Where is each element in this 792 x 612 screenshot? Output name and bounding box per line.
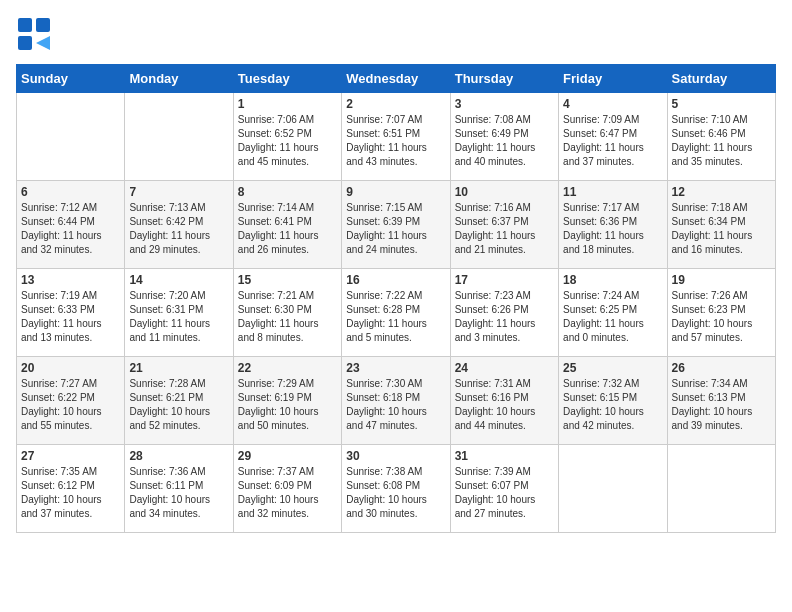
day-number: 26 [672,361,771,375]
calendar-day-cell: 21Sunrise: 7:28 AMSunset: 6:21 PMDayligh… [125,357,233,445]
day-of-week-header: Sunday [17,65,125,93]
day-number: 29 [238,449,337,463]
logo-icon [16,16,52,52]
calendar-day-cell: 25Sunrise: 7:32 AMSunset: 6:15 PMDayligh… [559,357,667,445]
day-number: 25 [563,361,662,375]
day-number: 21 [129,361,228,375]
day-number: 1 [238,97,337,111]
calendar-table: SundayMondayTuesdayWednesdayThursdayFrid… [16,64,776,533]
calendar-day-cell: 16Sunrise: 7:22 AMSunset: 6:28 PMDayligh… [342,269,450,357]
day-info: Sunrise: 7:10 AMSunset: 6:46 PMDaylight:… [672,113,771,169]
calendar-day-cell: 15Sunrise: 7:21 AMSunset: 6:30 PMDayligh… [233,269,341,357]
day-info: Sunrise: 7:38 AMSunset: 6:08 PMDaylight:… [346,465,445,521]
day-info: Sunrise: 7:18 AMSunset: 6:34 PMDaylight:… [672,201,771,257]
day-number: 17 [455,273,554,287]
calendar-day-cell: 8Sunrise: 7:14 AMSunset: 6:41 PMDaylight… [233,181,341,269]
day-info: Sunrise: 7:16 AMSunset: 6:37 PMDaylight:… [455,201,554,257]
calendar-week-row: 6Sunrise: 7:12 AMSunset: 6:44 PMDaylight… [17,181,776,269]
day-number: 6 [21,185,120,199]
day-info: Sunrise: 7:20 AMSunset: 6:31 PMDaylight:… [129,289,228,345]
calendar-week-row: 27Sunrise: 7:35 AMSunset: 6:12 PMDayligh… [17,445,776,533]
day-info: Sunrise: 7:12 AMSunset: 6:44 PMDaylight:… [21,201,120,257]
calendar-week-row: 13Sunrise: 7:19 AMSunset: 6:33 PMDayligh… [17,269,776,357]
day-number: 15 [238,273,337,287]
page-header [16,16,776,56]
calendar-day-cell: 14Sunrise: 7:20 AMSunset: 6:31 PMDayligh… [125,269,233,357]
day-info: Sunrise: 7:36 AMSunset: 6:11 PMDaylight:… [129,465,228,521]
day-info: Sunrise: 7:09 AMSunset: 6:47 PMDaylight:… [563,113,662,169]
calendar-day-cell: 17Sunrise: 7:23 AMSunset: 6:26 PMDayligh… [450,269,558,357]
calendar-day-cell [667,445,775,533]
day-info: Sunrise: 7:39 AMSunset: 6:07 PMDaylight:… [455,465,554,521]
calendar-day-cell: 28Sunrise: 7:36 AMSunset: 6:11 PMDayligh… [125,445,233,533]
day-info: Sunrise: 7:14 AMSunset: 6:41 PMDaylight:… [238,201,337,257]
calendar-day-cell: 31Sunrise: 7:39 AMSunset: 6:07 PMDayligh… [450,445,558,533]
day-info: Sunrise: 7:31 AMSunset: 6:16 PMDaylight:… [455,377,554,433]
calendar-day-cell [559,445,667,533]
day-number: 9 [346,185,445,199]
calendar-week-row: 1Sunrise: 7:06 AMSunset: 6:52 PMDaylight… [17,93,776,181]
day-number: 28 [129,449,228,463]
day-info: Sunrise: 7:21 AMSunset: 6:30 PMDaylight:… [238,289,337,345]
day-number: 24 [455,361,554,375]
day-number: 16 [346,273,445,287]
day-number: 31 [455,449,554,463]
logo [16,16,56,56]
calendar-day-cell: 5Sunrise: 7:10 AMSunset: 6:46 PMDaylight… [667,93,775,181]
calendar-day-cell: 29Sunrise: 7:37 AMSunset: 6:09 PMDayligh… [233,445,341,533]
day-number: 11 [563,185,662,199]
day-of-week-header: Tuesday [233,65,341,93]
day-number: 18 [563,273,662,287]
day-info: Sunrise: 7:06 AMSunset: 6:52 PMDaylight:… [238,113,337,169]
day-info: Sunrise: 7:17 AMSunset: 6:36 PMDaylight:… [563,201,662,257]
calendar-day-cell: 9Sunrise: 7:15 AMSunset: 6:39 PMDaylight… [342,181,450,269]
calendar-day-cell: 23Sunrise: 7:30 AMSunset: 6:18 PMDayligh… [342,357,450,445]
day-info: Sunrise: 7:23 AMSunset: 6:26 PMDaylight:… [455,289,554,345]
calendar-day-cell: 27Sunrise: 7:35 AMSunset: 6:12 PMDayligh… [17,445,125,533]
day-info: Sunrise: 7:27 AMSunset: 6:22 PMDaylight:… [21,377,120,433]
calendar-day-cell: 6Sunrise: 7:12 AMSunset: 6:44 PMDaylight… [17,181,125,269]
day-number: 19 [672,273,771,287]
calendar-day-cell [17,93,125,181]
day-number: 30 [346,449,445,463]
day-number: 22 [238,361,337,375]
day-info: Sunrise: 7:37 AMSunset: 6:09 PMDaylight:… [238,465,337,521]
day-number: 5 [672,97,771,111]
day-of-week-header: Wednesday [342,65,450,93]
calendar-day-cell: 24Sunrise: 7:31 AMSunset: 6:16 PMDayligh… [450,357,558,445]
calendar-day-cell: 30Sunrise: 7:38 AMSunset: 6:08 PMDayligh… [342,445,450,533]
calendar-day-cell: 3Sunrise: 7:08 AMSunset: 6:49 PMDaylight… [450,93,558,181]
day-of-week-header: Monday [125,65,233,93]
day-number: 12 [672,185,771,199]
day-number: 20 [21,361,120,375]
svg-rect-2 [18,36,32,50]
day-number: 8 [238,185,337,199]
calendar-day-cell: 10Sunrise: 7:16 AMSunset: 6:37 PMDayligh… [450,181,558,269]
day-info: Sunrise: 7:26 AMSunset: 6:23 PMDaylight:… [672,289,771,345]
calendar-day-cell: 22Sunrise: 7:29 AMSunset: 6:19 PMDayligh… [233,357,341,445]
calendar-day-cell: 26Sunrise: 7:34 AMSunset: 6:13 PMDayligh… [667,357,775,445]
day-info: Sunrise: 7:29 AMSunset: 6:19 PMDaylight:… [238,377,337,433]
calendar-day-cell: 13Sunrise: 7:19 AMSunset: 6:33 PMDayligh… [17,269,125,357]
day-number: 4 [563,97,662,111]
day-number: 27 [21,449,120,463]
day-number: 13 [21,273,120,287]
day-of-week-header: Friday [559,65,667,93]
svg-rect-1 [36,18,50,32]
day-info: Sunrise: 7:08 AMSunset: 6:49 PMDaylight:… [455,113,554,169]
day-info: Sunrise: 7:15 AMSunset: 6:39 PMDaylight:… [346,201,445,257]
day-number: 2 [346,97,445,111]
day-info: Sunrise: 7:34 AMSunset: 6:13 PMDaylight:… [672,377,771,433]
calendar-day-cell: 2Sunrise: 7:07 AMSunset: 6:51 PMDaylight… [342,93,450,181]
day-info: Sunrise: 7:19 AMSunset: 6:33 PMDaylight:… [21,289,120,345]
calendar-day-cell: 18Sunrise: 7:24 AMSunset: 6:25 PMDayligh… [559,269,667,357]
day-of-week-header: Saturday [667,65,775,93]
day-of-week-header: Thursday [450,65,558,93]
day-number: 10 [455,185,554,199]
calendar-day-cell [125,93,233,181]
day-info: Sunrise: 7:35 AMSunset: 6:12 PMDaylight:… [21,465,120,521]
calendar-day-cell: 4Sunrise: 7:09 AMSunset: 6:47 PMDaylight… [559,93,667,181]
day-number: 14 [129,273,228,287]
svg-marker-3 [36,36,50,50]
day-info: Sunrise: 7:13 AMSunset: 6:42 PMDaylight:… [129,201,228,257]
